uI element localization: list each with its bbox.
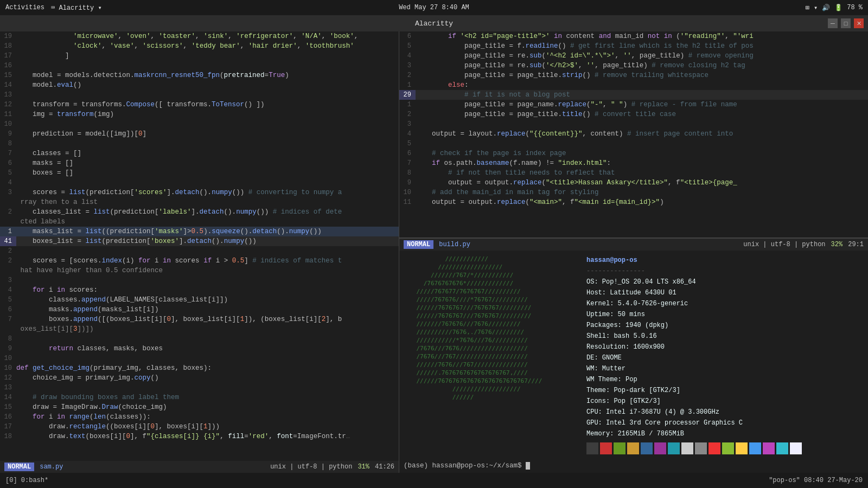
title-bar: Alacritty ─ □ ✕ xyxy=(0,15,868,31)
swatch-6 xyxy=(668,442,680,454)
system-bar-left: Activities ⌨ Alacritty ▾ xyxy=(5,4,102,12)
code-line: 15 draw = ImageDraw.Draw(choice_img) xyxy=(0,402,399,412)
code-line: 15 model = models.detection.maskrcnn_res… xyxy=(0,70,399,80)
sysinfo-os: OS: Pop!_OS 20.04 LTS x86_64 xyxy=(586,277,865,287)
code-line: 11 output = output.replace("<main>", f"<… xyxy=(399,197,868,207)
hostname-time: "pop-os" 08:40 27-May-20 xyxy=(769,477,863,484)
code-line: 3 xyxy=(0,275,399,285)
ascii-art-area: //////////// ////////////////// ///////7… xyxy=(399,251,584,459)
right-mode-indicator: NORMAL xyxy=(404,240,433,249)
right-code-area[interactable]: 6 if '<h2 id="page-title">' in content a… xyxy=(399,31,868,239)
left-mode-indicator: NORMAL xyxy=(4,463,34,471)
right-pane-inner: 6 if '<h2 id="page-title">' in content a… xyxy=(399,31,868,473)
code-line: 4 for i in scores: xyxy=(0,285,399,295)
battery-percent: 78 % xyxy=(847,4,863,11)
terminal-prompt-area: (base) hassan@pop-os:~/x/sam$ xyxy=(399,459,868,473)
code-line: 14 # draw bounding boxes and label them xyxy=(0,393,399,402)
code-line: 4 xyxy=(0,178,399,188)
right-pane: 6 if '<h2 id="page-title">' in content a… xyxy=(399,31,868,473)
left-percent: 31% xyxy=(358,463,369,471)
maximize-button[interactable]: □ xyxy=(841,18,851,28)
left-pane: 19 'microwave', 'oven', 'toaster', 'sink… xyxy=(0,31,399,473)
sysinfo-wm-theme: WM Theme: Pop xyxy=(586,374,865,385)
right-status-bar: NORMAL build.py unix | utf-8 | python 32… xyxy=(399,239,868,251)
app-name[interactable]: Alacritty xyxy=(59,4,94,12)
right-percent: 32% xyxy=(831,241,843,248)
code-line: 17 draw.rectangle((boxes[i][0], boxes[i]… xyxy=(0,422,399,432)
right-filename: build.py xyxy=(439,241,470,248)
prompt-text: (base) hassan@pop-os:~/x/sam$ xyxy=(404,462,526,470)
code-line-highlighted: 29 # if it is not a blog post xyxy=(399,90,868,100)
code-line: 13 xyxy=(0,90,399,100)
grid-icon[interactable]: ⊞ xyxy=(806,4,809,12)
wifi-icon[interactable]: ▾ xyxy=(814,4,818,12)
code-line: 16 for i in range(len(classes)): xyxy=(0,412,399,422)
code-line: 9 prediction = model([img])[0] xyxy=(0,129,399,139)
code-line: 2 scores = [scores.index(i) for i in sco… xyxy=(0,256,399,266)
window-controls[interactable]: ─ □ ✕ xyxy=(828,18,864,28)
code-line: 17 ] xyxy=(0,51,399,61)
tmux-tabs[interactable]: [0] 0:bash* xyxy=(5,477,48,484)
code-line: 7 if os.path.basename(f.name) != "index.… xyxy=(399,158,868,168)
close-button[interactable]: ✕ xyxy=(854,18,864,28)
left-status-right: unix | utf-8 | python 31% 41:26 xyxy=(270,463,394,471)
swatch-0 xyxy=(586,442,598,454)
left-encoding: unix | utf-8 | python xyxy=(270,463,352,471)
swatch-10 xyxy=(722,442,734,454)
sysinfo-wm: WM: Mutter xyxy=(586,363,865,374)
swatch-3 xyxy=(627,442,639,454)
code-line: 12 choice_img = primary_img.copy() xyxy=(0,373,399,383)
code-line: 6 # check if the page is index page xyxy=(399,149,868,158)
code-line: hat have higher than 0.5 confidence xyxy=(0,266,399,275)
right-status-right: unix | utf-8 | python 32% 29:1 xyxy=(743,241,864,248)
datetime-display: Wed May 27 8:40 AM xyxy=(399,4,469,11)
left-code-area[interactable]: 19 'microwave', 'oven', 'toaster', 'sink… xyxy=(0,31,399,461)
sysinfo-resolution: Resolution: 868x488 xyxy=(586,342,865,352)
window-title: Alacritty xyxy=(415,20,453,28)
swatch-13 xyxy=(763,442,775,454)
code-line: 16 xyxy=(0,61,399,70)
sysinfo-kernel: Kernel: 5.4.0-7626-generic xyxy=(586,298,865,309)
code-line: 5 xyxy=(399,139,868,149)
cursor xyxy=(526,462,530,470)
sysinfo-shell: Shell: bash 5.0.16 xyxy=(586,331,865,342)
app-icon: ⌨ xyxy=(51,4,55,12)
minimize-button[interactable]: ─ xyxy=(828,18,838,28)
swatch-8 xyxy=(695,442,707,454)
code-line-highlighted: 41 boxes_list = list(prediction['boxes']… xyxy=(0,236,399,246)
activities-label[interactable]: Activities xyxy=(5,4,44,11)
sysinfo-gpu: GPU: Intel 3rd Core processor Graphics C xyxy=(586,418,865,428)
code-line: 10 def get_choice_img(primary_img, class… xyxy=(0,363,399,373)
code-line: 1 page_title = page_name.replace("-", " … xyxy=(399,100,868,110)
code-line: 11 img = transform(img) xyxy=(0,110,399,119)
code-line: cted labels xyxy=(0,217,399,227)
code-line: 9 return classes, masks, boxes xyxy=(0,344,399,354)
code-line-current: 1 masks_list = list((prediction['masks']… xyxy=(0,227,399,236)
sysinfo-area: hassan@pop-os --------------- OS: Pop!_O… xyxy=(584,251,868,459)
sysinfo-icons: Icons: Pop [GTK2/3] xyxy=(586,396,865,407)
code-line: 8 xyxy=(0,139,399,149)
code-line: 14 model.eval() xyxy=(0,80,399,90)
right-bottom: //////////// ////////////////// ///////7… xyxy=(399,251,868,459)
bottom-bar: [0] 0:bash* "pop-os" 08:40 27-May-20 xyxy=(0,473,868,488)
swatch-15 xyxy=(790,442,802,454)
sysinfo-uptime: Uptime: 50 mins xyxy=(586,309,865,320)
swatch-4 xyxy=(641,442,653,454)
swatch-1 xyxy=(600,442,612,454)
code-line: 8 xyxy=(0,334,399,344)
code-line: 2 page_title = page_title.strip() # remo… xyxy=(399,70,868,80)
code-line: 10 # add the main_id in main tag for sty… xyxy=(399,188,868,197)
code-line: 3 page_title = re.sub('</h2>$', '', page… xyxy=(399,61,868,70)
volume-icon[interactable]: 🔊 xyxy=(822,4,830,12)
code-line: 8 # if not then title needs to reflect t… xyxy=(399,168,868,178)
code-line: 5 page_title = f.readline() # get first … xyxy=(399,41,868,51)
terminal-main: 19 'microwave', 'oven', 'toaster', 'sink… xyxy=(0,31,868,473)
swatch-12 xyxy=(749,442,761,454)
code-line: 10 xyxy=(0,119,399,129)
battery-icon[interactable]: 🔋 xyxy=(834,4,843,12)
left-status-bar: NORMAL sam.py unix | utf-8 | python 31% … xyxy=(0,461,399,473)
swatch-11 xyxy=(736,442,748,454)
chevron-down-icon: ▾ xyxy=(98,4,101,12)
code-line: 4 output = layout.replace("{{content}}",… xyxy=(399,129,868,139)
app-indicator[interactable]: ⌨ Alacritty ▾ xyxy=(51,4,102,12)
